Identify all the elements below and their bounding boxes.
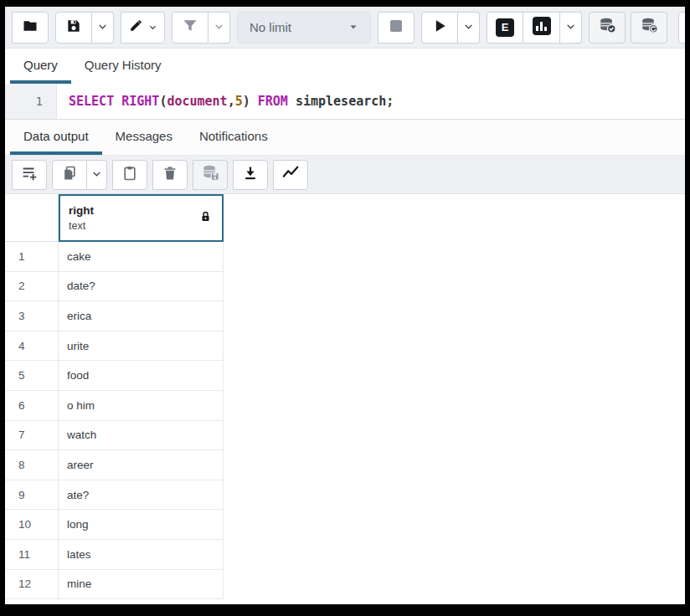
table-row: 11lates: [5, 540, 685, 570]
sql-token: ): [243, 94, 250, 109]
delete-button[interactable]: [152, 160, 188, 190]
data-output-toolbar: [5, 156, 685, 194]
data-cell[interactable]: ate?: [59, 480, 224, 511]
download-button[interactable]: [233, 160, 268, 190]
row-number-cell[interactable]: 11: [5, 540, 59, 570]
chevron-down-icon: [214, 20, 224, 35]
chevron-down-icon: [97, 20, 108, 35]
execute-button[interactable]: [421, 12, 458, 44]
edit-icon: [128, 18, 144, 37]
column-header-right[interactable]: right text: [59, 194, 224, 242]
filter-options-button[interactable]: [209, 12, 230, 44]
edit-button[interactable]: [121, 12, 165, 44]
filter-icon: [182, 18, 198, 38]
copy-button[interactable]: [52, 160, 87, 190]
explain-button[interactable]: E: [487, 12, 523, 44]
sql-token: ,: [228, 94, 235, 109]
explain-analyze-button[interactable]: [523, 12, 560, 44]
row-limit-select[interactable]: No limit: [237, 12, 371, 44]
main-toolbar: No limit E: [5, 7, 685, 49]
row-number-cell[interactable]: 4: [5, 331, 59, 362]
sql-token: (: [159, 94, 167, 109]
data-cell[interactable]: urite: [59, 331, 224, 362]
tab-query-history[interactable]: Query History: [71, 49, 175, 84]
row-number-cell[interactable]: 12: [5, 570, 59, 600]
paste-icon: [121, 165, 138, 185]
data-cell[interactable]: cake: [59, 242, 224, 272]
data-cell[interactable]: mine: [59, 570, 224, 600]
execute-play-icon: [431, 18, 448, 38]
sql-token: [250, 94, 258, 109]
line-number-gutter: 1: [5, 84, 57, 119]
sql-token: 5: [235, 94, 243, 109]
delete-icon: [162, 165, 178, 185]
table-row: 6o him: [5, 391, 685, 421]
data-cell[interactable]: food: [59, 361, 224, 391]
download-icon: [242, 165, 259, 185]
sql-code-line[interactable]: SELECT RIGHT(document,5) FROM simplesear…: [57, 84, 394, 119]
table-row: 2date?: [5, 272, 685, 302]
save-icon: [65, 18, 82, 38]
save-data-changes-icon: [201, 163, 220, 186]
row-number-cell[interactable]: 6: [5, 391, 59, 421]
chart-button[interactable]: [273, 160, 308, 190]
table-row: 7watch: [5, 421, 685, 451]
save-options-button[interactable]: [92, 12, 114, 44]
data-cell[interactable]: erica: [59, 301, 224, 331]
tab-messages[interactable]: Messages: [102, 120, 186, 155]
row-number-cell[interactable]: 3: [5, 301, 59, 331]
tab-query[interactable]: Query: [10, 49, 71, 84]
copy-icon: [61, 165, 78, 185]
paste-button[interactable]: [112, 160, 147, 190]
save-button[interactable]: [55, 12, 92, 44]
caret-down-icon: [348, 20, 358, 34]
table-row: 12mine: [5, 570, 685, 600]
tab-data-output[interactable]: Data output: [10, 120, 102, 155]
column-name: right: [69, 203, 214, 219]
sql-token: SELECT: [69, 94, 114, 109]
open-file-button[interactable]: [12, 12, 49, 44]
more-tools-button[interactable]: [678, 12, 685, 44]
rollback-button[interactable]: [631, 12, 667, 44]
row-number-cell[interactable]: 7: [5, 421, 59, 451]
grid-header-row: right text: [5, 194, 685, 242]
table-row: 10long: [5, 510, 685, 540]
chevron-down-icon: [565, 20, 576, 35]
commit-button[interactable]: [589, 12, 626, 44]
table-row: 3erica: [5, 301, 685, 331]
row-number-cell[interactable]: 2: [5, 272, 59, 302]
explain-icon: E: [496, 18, 514, 37]
data-cell[interactable]: lates: [59, 540, 224, 570]
save-data-changes-button[interactable]: [193, 160, 228, 190]
explain-options-button[interactable]: [560, 12, 582, 44]
commit-icon: [598, 16, 617, 38]
row-number-cell[interactable]: 1: [5, 242, 59, 272]
open-file-icon: [22, 18, 39, 38]
data-cell[interactable]: watch: [59, 421, 224, 451]
chevron-down-icon: [148, 20, 157, 35]
query-tool-window: No limit E: [5, 7, 685, 604]
rollback-icon: [640, 16, 659, 38]
data-cell[interactable]: areer: [59, 450, 224, 480]
sql-editor[interactable]: 1 SELECT RIGHT(document,5) FROM simplese…: [5, 84, 685, 119]
data-cell[interactable]: long: [59, 510, 224, 540]
filter-button[interactable]: [172, 12, 209, 44]
grid-corner-cell[interactable]: [5, 194, 59, 242]
add-row-button[interactable]: [12, 160, 47, 190]
row-number-cell[interactable]: 9: [5, 480, 59, 511]
stop-button[interactable]: [378, 12, 415, 44]
sql-token: [114, 94, 121, 109]
data-cell[interactable]: date?: [59, 272, 224, 302]
grid-body: 1cake2date?3erica4urite5food6o him7watch…: [5, 242, 685, 599]
table-row: 4urite: [5, 331, 685, 362]
row-number-cell[interactable]: 5: [5, 361, 59, 391]
row-number-cell[interactable]: 8: [5, 450, 59, 480]
chevron-down-icon: [463, 20, 474, 35]
column-type: text: [69, 219, 214, 234]
data-cell[interactable]: o him: [59, 391, 224, 421]
execute-options-button[interactable]: [458, 12, 480, 44]
row-number-cell[interactable]: 10: [5, 510, 59, 540]
sql-token: simplesearch;: [288, 94, 394, 109]
copy-options-button[interactable]: [87, 160, 107, 190]
tab-notifications[interactable]: Notifications: [186, 120, 281, 155]
